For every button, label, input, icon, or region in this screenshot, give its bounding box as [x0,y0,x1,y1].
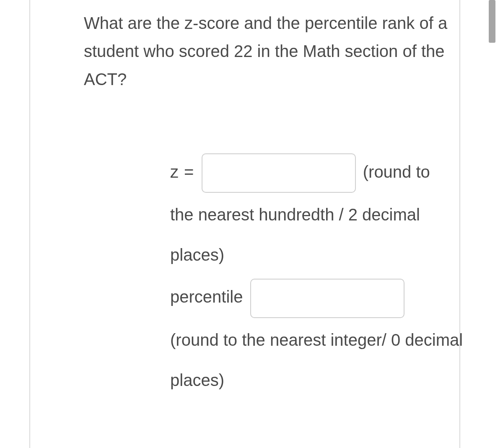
question-card: What are the z-score and the percentile … [29,0,460,448]
percentile-input[interactable] [250,279,404,318]
z-hint-line2: the nearest hundredth / 2 decimal places… [170,205,420,264]
answer-block: z = (round to the nearest hundredth / 2 … [170,152,464,402]
z-hint-after: (round to [363,163,430,181]
z-label: z = [170,163,194,181]
scrollbar-thumb[interactable] [489,0,495,43]
question-text: What are the z-score and the percentile … [84,9,469,94]
percentile-label: percentile [170,287,243,306]
percentile-hint: (round to the nearest integer/ 0 decimal… [170,331,463,389]
z-score-input[interactable] [202,153,356,193]
scrollbar-track[interactable] [489,0,495,448]
